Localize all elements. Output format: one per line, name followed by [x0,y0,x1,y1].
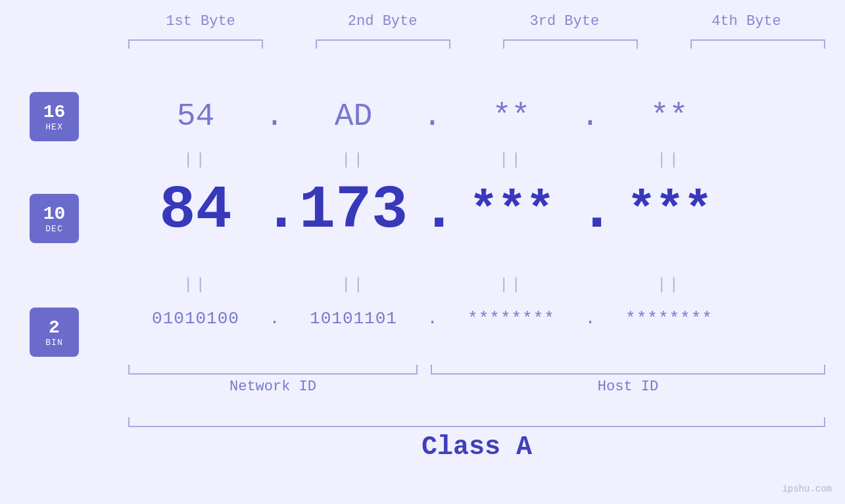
dec-badge-label: DEC [45,224,62,234]
network-id-label: Network ID [128,378,418,395]
host-id-label: Host ID [431,378,825,395]
byte-label-4: 4th Byte [674,13,819,30]
bin-dot-3: . [579,309,602,329]
hex-dot-3: . [579,99,602,134]
bin-badge: 2 BIN [30,308,79,357]
hex-badge: 16 HEX [30,92,79,141]
hex-val-2: AD [286,99,421,134]
dec-badge-number: 10 [43,204,66,224]
dec-val-2: 173 [286,181,421,241]
hex-val-1: 54 [128,99,263,134]
bin-row: 01010100 . 10101101 . ******** . *******… [128,309,825,329]
bin-badge-number: 2 [49,317,60,338]
top-bracket-1 [128,39,263,49]
bin-val-2: 10101101 [286,309,421,329]
dec-dot-1: . [263,181,286,241]
dec-dot-3: . [579,181,602,241]
bin-badge-label: BIN [45,338,62,348]
dec-val-3: *** [444,187,579,236]
class-bracket: Class A [128,417,825,462]
top-bracket-3 [503,39,638,49]
bin-dot-2: . [421,309,444,329]
hex-dot-1: . [263,99,286,134]
top-brackets [128,39,825,49]
watermark: ipshu.com [782,484,832,494]
dec-val-1: 84 [128,181,263,241]
hex-badge-number: 16 [43,102,66,122]
dec-val-4: *** [602,187,736,236]
bin-val-1: 01010100 [128,309,263,329]
top-bracket-2 [316,39,450,49]
hex-badge-label: HEX [45,122,62,132]
sep-row-1: || || || || [128,151,825,169]
sep-row-2: || || || || [128,276,825,294]
hex-row: 54 . AD . ** . ** [128,99,825,134]
dec-dot-2: . [421,181,444,241]
bin-dot-1: . [263,309,286,329]
byte-labels-row: 1st Byte 2nd Byte 3rd Byte 4th Byte [128,13,819,30]
hex-dot-2: . [421,99,444,134]
top-bracket-4 [690,39,825,49]
dec-badge: 10 DEC [30,194,79,243]
hex-val-4: ** [602,99,736,134]
byte-label-1: 1st Byte [128,13,273,30]
dec-row: 84 . 173 . *** . *** [128,181,825,241]
byte-label-3: 3rd Byte [492,13,637,30]
bin-val-3: ******** [444,309,579,329]
class-label: Class A [128,432,825,462]
hex-val-3: ** [444,99,579,134]
bin-val-4: ******** [602,309,736,329]
network-id-bracket: Network ID [128,365,418,395]
host-id-bracket: Host ID [431,365,825,395]
byte-label-2: 2nd Byte [310,13,455,30]
page-container: 1st Byte 2nd Byte 3rd Byte 4th Byte 16 H… [0,0,845,504]
